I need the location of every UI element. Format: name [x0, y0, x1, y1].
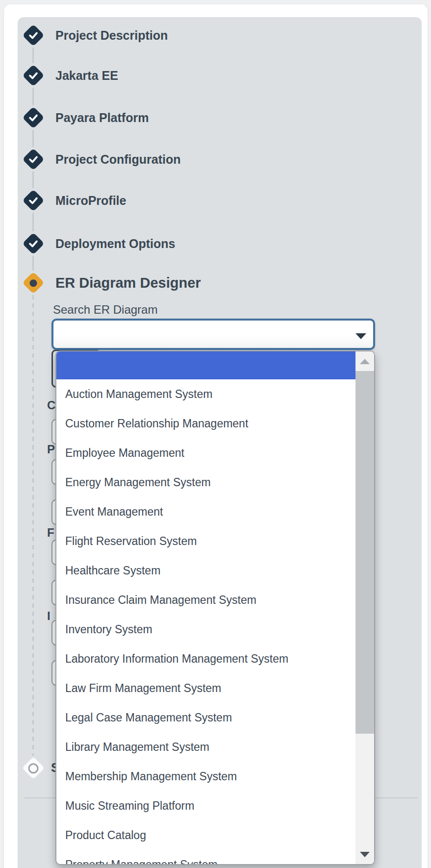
hidden-label-fragment: I — [47, 609, 51, 623]
active-step-title: ER Diagram Designer — [55, 275, 201, 291]
dropdown-option[interactable]: Customer Relationship Management — [56, 409, 355, 438]
dropdown-option[interactable]: Energy Management System — [56, 468, 355, 497]
dropdown-option-list: Auction Management System Customer Relat… — [56, 379, 355, 865]
step-label: Payara Platform — [55, 111, 149, 125]
dropdown-option[interactable]: Event Management — [56, 497, 355, 526]
check-icon — [28, 70, 39, 81]
step-connector-dashed — [32, 295, 34, 756]
step-microprofile[interactable]: MicroProfile — [22, 189, 126, 212]
step-connector — [32, 213, 34, 231]
step-deployment-options[interactable]: Deployment Options — [22, 232, 175, 255]
step-label: Project Description — [55, 28, 168, 43]
er-diagram-select[interactable] — [51, 319, 375, 350]
step-er-diagram-designer[interactable]: ER Diagram Designer — [22, 272, 201, 294]
dropdown-option[interactable]: Membership Management System — [56, 762, 355, 791]
step-project-configuration[interactable]: Project Configuration — [22, 148, 181, 171]
step-icon-box — [22, 64, 45, 87]
step-connector — [32, 256, 34, 271]
dropdown-option[interactable]: Employee Management — [56, 438, 355, 468]
step-label: Deployment Options — [55, 237, 175, 251]
search-er-diagram-label: Search ER Diagram — [53, 303, 157, 317]
chevron-down-icon — [355, 333, 366, 339]
step-jakarta-ee[interactable]: Jakarta EE — [22, 64, 118, 87]
dropdown-option[interactable]: Healthcare System — [56, 556, 355, 585]
step-label: Jakarta EE — [55, 69, 118, 83]
step-icon-box — [22, 757, 45, 779]
step-icon-box — [22, 189, 45, 212]
hidden-label-fragment: C — [47, 398, 55, 412]
active-dot-icon — [30, 279, 37, 287]
check-icon — [28, 238, 39, 249]
pending-ring-icon — [28, 763, 39, 773]
dropdown-option[interactable]: Auction Management System — [56, 379, 355, 409]
check-icon — [28, 195, 39, 206]
step-connector — [32, 88, 34, 105]
step-next-pending[interactable] — [22, 757, 45, 779]
page: { "wizard": { "steps": [ { "label": "Pro… — [0, 0, 431, 868]
er-diagram-dropdown: Auction Management System Customer Relat… — [55, 350, 375, 865]
dropdown-option[interactable]: Laboratory Information Management System — [56, 644, 355, 673]
step-icon-box — [22, 106, 45, 129]
dropdown-scrollbar[interactable] — [355, 351, 374, 864]
check-icon — [28, 112, 39, 123]
dropdown-option[interactable]: Product Catalog — [56, 820, 355, 850]
step-icon-box — [22, 232, 45, 255]
step-connector — [32, 172, 34, 188]
hidden-label-fragment: P — [47, 443, 55, 456]
dropdown-option[interactable]: Property Management System — [56, 850, 355, 865]
check-icon — [28, 30, 39, 41]
dropdown-option[interactable]: Library Management System — [56, 732, 355, 762]
step-connector — [32, 130, 34, 147]
step-project-description[interactable]: Project Description — [22, 24, 168, 47]
dropdown-option[interactable]: Flight Reservation System — [56, 526, 355, 556]
dropdown-option[interactable]: Inventory System — [56, 615, 355, 644]
step-icon-box — [22, 272, 45, 294]
scroll-down-arrow-icon[interactable] — [355, 844, 374, 864]
dropdown-option[interactable]: Legal Case Management System — [56, 703, 355, 732]
dropdown-option[interactable]: Insurance Claim Management System — [56, 585, 355, 615]
dropdown-option-selected[interactable] — [56, 351, 355, 379]
scrollbar-thumb[interactable] — [355, 371, 374, 734]
scroll-up-arrow-icon[interactable] — [355, 351, 374, 371]
step-label: MicroProfile — [55, 194, 126, 208]
hidden-label-fragment: F — [47, 526, 54, 540]
dropdown-option[interactable]: Law Firm Management System — [56, 673, 355, 703]
step-icon-box — [22, 24, 45, 47]
check-icon — [28, 154, 39, 165]
step-connector — [32, 48, 34, 63]
step-label: Project Configuration — [55, 152, 181, 167]
step-icon-box — [22, 148, 45, 171]
step-payara-platform[interactable]: Payara Platform — [22, 106, 149, 129]
dropdown-option[interactable]: Music Streaming Platform — [56, 791, 355, 820]
